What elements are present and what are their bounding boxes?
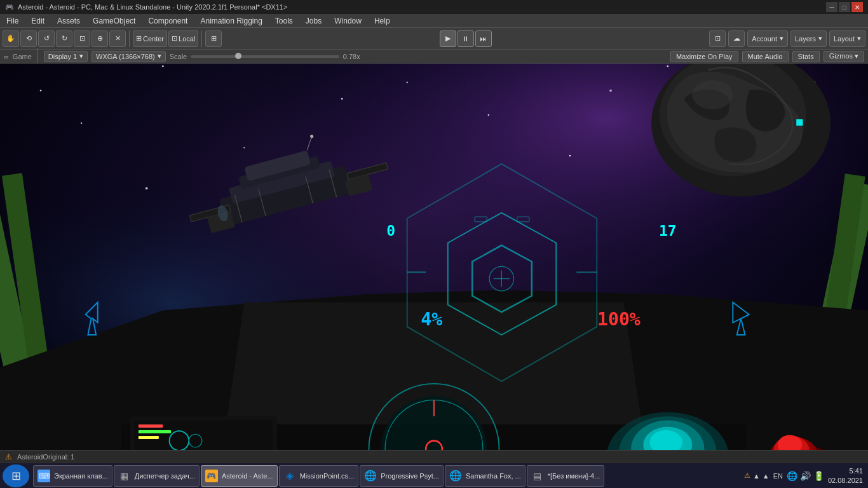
scale-track[interactable] [191,55,339,58]
svg-point-10 [667,65,668,67]
time-display: 5:41 [850,466,863,475]
rotate-tool-button[interactable]: ↺ [38,30,55,47]
move-tool-button[interactable]: ⟲ [20,30,37,47]
step-button[interactable]: ⏭ [475,30,492,47]
speaker-icon[interactable]: 🔊 [800,471,811,481]
layout-dropdown[interactable]: Layout ▾ [829,30,865,47]
transform-tool-button[interactable]: ⊕ [92,30,108,47]
clock-area[interactable]: 5:41 02.08.2021 [828,466,863,485]
resolution-label: WXGA (868×488) [96,53,155,60]
svg-text:4%: 4% [421,309,442,330]
resolution-dropdown[interactable]: WXGA (868×488) ▾ [92,51,166,62]
menu-component[interactable]: Component [142,15,194,27]
svg-point-22 [692,80,733,109]
tray-lang[interactable]: EN [773,472,783,480]
maximize-button[interactable]: □ [839,2,850,12]
taskbar-item-chrome1[interactable]: 🌐 Progressive Psyt... [360,465,444,487]
display-dropdown[interactable]: Display 1 ▾ [44,51,88,62]
cloud-button[interactable]: ☁ [728,30,745,47]
separator-1 [129,30,130,47]
start-button[interactable]: ⊞ [3,464,29,487]
menu-file[interactable]: File [0,15,25,27]
title-bar: 🎮 Asteroid - Asteroid - PC, Mac & Linux … [0,0,868,14]
tray-expand-icon[interactable]: ▲ [763,472,770,480]
menu-assets[interactable]: Assets [51,15,86,27]
tray-arrow-up-icon[interactable]: ▲ [753,472,760,480]
game-viewport[interactable]: покировать ку раничить курсо [0,64,868,450]
display-label: Display 1 [48,53,77,60]
svg-rect-60 [139,424,163,428]
menu-animation-rigging[interactable]: Animation Rigging [194,15,268,27]
menu-gameobject[interactable]: GameObject [86,15,142,27]
maximize-on-play-button[interactable]: Maximize On Play [670,51,738,62]
menu-window[interactable]: Window [328,15,368,27]
scale-tool-button[interactable]: ↻ [56,30,72,47]
title-bar-controls[interactable]: ─ □ ✕ [826,2,863,12]
language-label: EN [773,472,783,480]
svg-point-12 [243,147,245,149]
collab-button[interactable]: ⊡ [709,30,726,47]
center-label: Center [143,35,164,43]
network-icon[interactable]: 🌐 [787,471,797,481]
layers-dropdown[interactable]: Layers ▾ [790,30,827,47]
tray-network: 🌐 🔊 🔋 [787,471,824,481]
separator-3 [37,48,38,65]
menu-jobs[interactable]: Jobs [299,15,328,27]
svg-point-13 [488,114,490,116]
local-toggle[interactable]: ⊡ Local [168,30,198,47]
taskbar-item-asteroid[interactable]: 🎮 Asteroid - Aste... [201,465,278,487]
menu-help[interactable]: Help [368,15,397,27]
menu-edit[interactable]: Edit [25,15,51,27]
svg-rect-61 [139,430,171,433]
battery-icon[interactable]: 🔋 [813,471,824,481]
minimize-button[interactable]: ─ [826,2,837,12]
taskbar-item-vscode[interactable]: ◈ MissionPoint.cs... [279,465,359,487]
play-button[interactable]: ▶ [440,30,456,47]
system-tray: ⚠ ▲ ▲ EN 🌐 🔊 🔋 5:41 02.08.2021 [744,466,865,485]
svg-point-7 [609,90,612,92]
scale-thumb[interactable] [235,53,241,59]
taskbar-taskmgr-label: Диспетчер задач... [135,472,195,480]
menu-tools[interactable]: Tools [269,15,299,27]
hand-tool-button[interactable]: ✋ [3,30,19,47]
chrome1-icon: 🌐 [364,470,377,482]
account-chevron-icon: ▾ [780,34,783,43]
asteroid-game-icon: 🎮 [205,470,218,482]
pause-button[interactable]: ⏸ [458,30,474,47]
tray-notification-icon[interactable]: ⚠ [744,471,750,480]
title-text: Asteroid - Asteroid - PC, Mac & Linux St… [18,3,287,11]
right-controls: ⊡ ☁ Account ▾ Layers ▾ Layout ▾ [709,30,865,47]
taskbar-chrome2-label: Samantha Fox, ... [466,472,521,480]
custom-tool-button[interactable]: ✕ [109,30,126,47]
taskbar-item-chrome2[interactable]: 🌐 Samantha Fox, ... [445,465,526,487]
taskbar-item-taskmgr[interactable]: ▦ Диспетчер задач... [114,465,200,487]
stats-button[interactable]: Stats [792,51,820,62]
layers-label: Layers [795,35,816,43]
svg-point-15 [569,155,571,157]
scale-bar: Scale 0.78x [170,53,360,60]
center-icon: ⊞ [136,34,142,43]
grid-button[interactable]: ⊞ [205,30,222,47]
taskbar-item-keyboard[interactable]: ⌨ Экранная клав... [33,465,112,487]
rect-tool-button[interactable]: ⊡ [74,30,90,47]
status-message: AsteroidOriginal: 1 [17,453,75,461]
svg-point-8 [81,123,83,125]
mute-audio-button[interactable]: Mute Audio [742,51,789,62]
center-toggle[interactable]: ⊞ Center [133,30,167,47]
local-icon: ⊡ [172,34,177,43]
taskbar: ⊞ ⌨ Экранная клав... ▦ Диспетчер задач..… [0,463,868,488]
layout-label: Layout [834,35,855,43]
gizmos-chevron-icon: ▾ [855,52,858,60]
app-icon: 🎮 [5,3,14,11]
taskbar-item-explorer[interactable]: ▤ *[Без имени]-4... [527,465,605,487]
taskbar-keyboard-label: Экранная клав... [54,472,108,480]
resolution-chevron-icon: ▾ [158,52,161,60]
gizmos-button[interactable]: Gizmos ▾ [824,51,864,62]
layout-chevron-icon: ▾ [857,34,861,43]
gizmos-label: Gizmos [829,52,853,60]
scale-text: Scale [170,53,187,60]
account-dropdown[interactable]: Account ▾ [747,30,788,47]
svg-text:100%: 100% [597,309,641,330]
local-label: Local [179,35,195,43]
close-button[interactable]: ✕ [851,2,863,12]
